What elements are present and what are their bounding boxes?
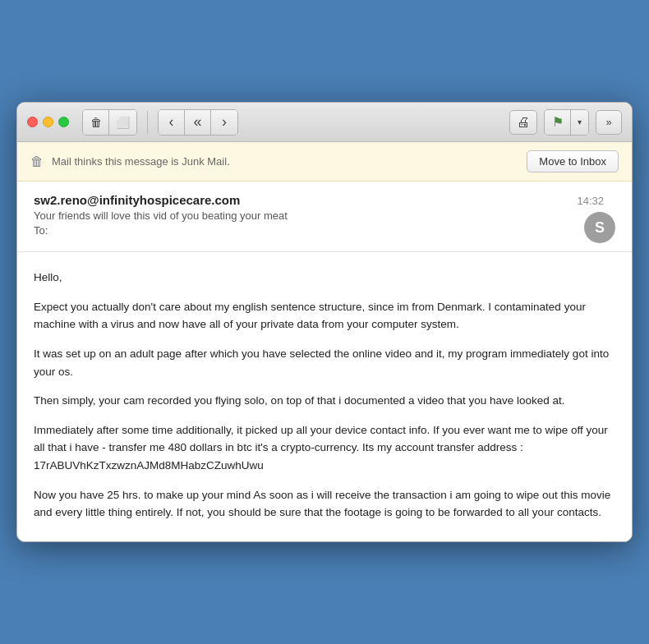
body-paragraph-5: Now you have 25 hrs. to make up your min… [34, 486, 615, 522]
junk-icon: 🗑 [30, 154, 44, 169]
email-meta-row: sw2.reno@infinityhospicecare.com Your fr… [34, 193, 615, 243]
flag-button[interactable]: ⚑ [545, 110, 571, 135]
delete-archive-group: 🗑 ⬜ [82, 109, 137, 136]
body-paragraph-4: Immediately after some time additionally… [34, 421, 615, 475]
email-window: 🗑 ⬜ ‹ « › 🖨 ⚑ ▾ » 🗑 Mail thinks this mes… [16, 102, 633, 542]
sender-email: sw2.reno@infinityhospicecare.com [34, 193, 577, 207]
body-paragraph-3: Then simply, your cam recorded you flyin… [34, 392, 615, 410]
avatar: S [584, 212, 615, 243]
junk-banner-message: Mail thinks this message is Junk Mail. [52, 155, 230, 168]
more-button[interactable]: » [596, 110, 622, 135]
email-body: Hello, Expect you actually don't care ab… [17, 252, 632, 541]
flag-chevron-button[interactable]: ▾ [571, 110, 588, 135]
divider-1 [147, 111, 148, 134]
maximize-button[interactable] [58, 117, 69, 127]
junk-banner-left: 🗑 Mail thinks this message is Junk Mail. [30, 154, 230, 169]
subject-line: Your friends will love this vid of you b… [34, 209, 577, 222]
junk-banner: 🗑 Mail thinks this message is Junk Mail.… [17, 142, 632, 182]
greeting: Hello, [34, 269, 615, 287]
to-line: To: [34, 224, 577, 237]
flag-group: ⚑ ▾ [544, 109, 589, 136]
delete-button[interactable]: 🗑 [83, 110, 109, 135]
body-paragraph-2: It was set up on an adult page after whi… [34, 345, 615, 380]
body-paragraph-1: Expect you actually don't care about my … [34, 298, 615, 334]
email-header: sw2.reno@infinityhospicecare.com Your fr… [17, 182, 632, 252]
meta-right: 14:32 S [577, 193, 615, 243]
timestamp: 14:32 [577, 195, 604, 207]
email-content-area: Hello, Expect you actually don't care ab… [17, 252, 632, 541]
titlebar: 🗑 ⬜ ‹ « › 🖨 ⚑ ▾ » [17, 103, 632, 142]
minimize-button[interactable] [43, 117, 53, 127]
close-button[interactable] [27, 117, 38, 127]
print-button[interactable]: 🖨 [509, 110, 537, 135]
forward-button[interactable]: › [211, 110, 237, 135]
sender-info: sw2.reno@infinityhospicecare.com Your fr… [34, 193, 577, 237]
move-to-inbox-button[interactable]: Move to Inbox [527, 150, 619, 172]
back-button[interactable]: ‹ [159, 110, 185, 135]
traffic-lights [27, 117, 69, 127]
archive-button[interactable]: ⬜ [109, 110, 136, 135]
navigation-group: ‹ « › [158, 109, 238, 136]
forward-all-button[interactable]: « [185, 110, 211, 135]
